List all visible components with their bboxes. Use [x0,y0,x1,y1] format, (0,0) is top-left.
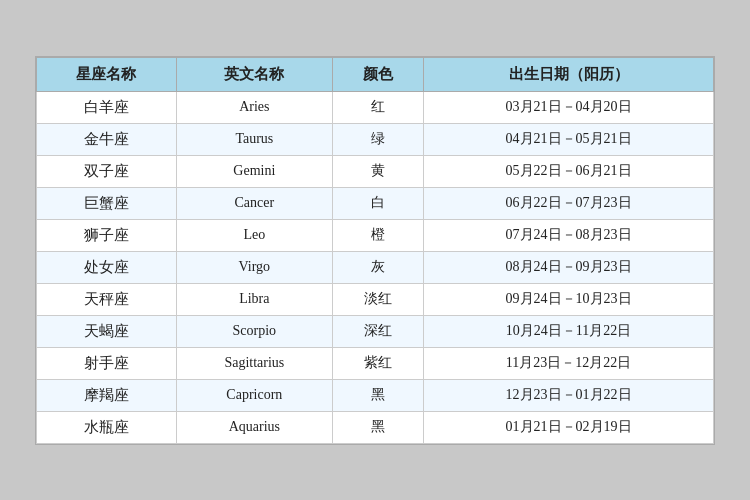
cell-color: 黄 [332,155,423,187]
cell-color: 紫红 [332,347,423,379]
cell-date: 08月24日－09月23日 [424,251,714,283]
cell-chinese-name: 天秤座 [37,283,177,315]
table-row: 摩羯座Capricorn黑12月23日－01月22日 [37,379,714,411]
cell-date: 10月24日－11月22日 [424,315,714,347]
cell-english-name: Aquarius [176,411,332,443]
cell-color: 绿 [332,123,423,155]
cell-chinese-name: 摩羯座 [37,379,177,411]
cell-chinese-name: 处女座 [37,251,177,283]
cell-date: 07月24日－08月23日 [424,219,714,251]
table-row: 天蝎座Scorpio深红10月24日－11月22日 [37,315,714,347]
table-body: 白羊座Aries红03月21日－04月20日金牛座Taurus绿04月21日－0… [37,91,714,443]
cell-english-name: Scorpio [176,315,332,347]
header-color: 颜色 [332,57,423,91]
cell-chinese-name: 水瓶座 [37,411,177,443]
cell-chinese-name: 巨蟹座 [37,187,177,219]
cell-english-name: Capricorn [176,379,332,411]
cell-date: 01月21日－02月19日 [424,411,714,443]
cell-english-name: Sagittarius [176,347,332,379]
cell-color: 灰 [332,251,423,283]
table-row: 双子座Gemini黄05月22日－06月21日 [37,155,714,187]
cell-date: 11月23日－12月22日 [424,347,714,379]
table-row: 巨蟹座Cancer白06月22日－07月23日 [37,187,714,219]
table-row: 金牛座Taurus绿04月21日－05月21日 [37,123,714,155]
cell-color: 红 [332,91,423,123]
cell-color: 黑 [332,411,423,443]
cell-english-name: Taurus [176,123,332,155]
zodiac-table: 星座名称 英文名称 颜色 出生日期（阳历） 白羊座Aries红03月21日－04… [36,57,714,444]
table-row: 狮子座Leo橙07月24日－08月23日 [37,219,714,251]
table-row: 处女座Virgo灰08月24日－09月23日 [37,251,714,283]
cell-date: 04月21日－05月21日 [424,123,714,155]
cell-color: 淡红 [332,283,423,315]
cell-color: 白 [332,187,423,219]
cell-chinese-name: 白羊座 [37,91,177,123]
table-row: 白羊座Aries红03月21日－04月20日 [37,91,714,123]
cell-date: 12月23日－01月22日 [424,379,714,411]
cell-date: 06月22日－07月23日 [424,187,714,219]
table-header-row: 星座名称 英文名称 颜色 出生日期（阳历） [37,57,714,91]
cell-date: 09月24日－10月23日 [424,283,714,315]
cell-english-name: Libra [176,283,332,315]
cell-english-name: Aries [176,91,332,123]
cell-date: 03月21日－04月20日 [424,91,714,123]
table-row: 射手座Sagittarius紫红11月23日－12月22日 [37,347,714,379]
cell-english-name: Cancer [176,187,332,219]
cell-chinese-name: 金牛座 [37,123,177,155]
cell-chinese-name: 射手座 [37,347,177,379]
header-english-name: 英文名称 [176,57,332,91]
cell-chinese-name: 双子座 [37,155,177,187]
cell-date: 05月22日－06月21日 [424,155,714,187]
cell-english-name: Leo [176,219,332,251]
cell-color: 黑 [332,379,423,411]
cell-color: 深红 [332,315,423,347]
cell-english-name: Virgo [176,251,332,283]
table-row: 水瓶座Aquarius黑01月21日－02月19日 [37,411,714,443]
cell-color: 橙 [332,219,423,251]
zodiac-table-wrapper: 星座名称 英文名称 颜色 出生日期（阳历） 白羊座Aries红03月21日－04… [35,56,715,445]
header-chinese-name: 星座名称 [37,57,177,91]
header-date: 出生日期（阳历） [424,57,714,91]
table-row: 天秤座Libra淡红09月24日－10月23日 [37,283,714,315]
cell-chinese-name: 狮子座 [37,219,177,251]
cell-english-name: Gemini [176,155,332,187]
cell-chinese-name: 天蝎座 [37,315,177,347]
